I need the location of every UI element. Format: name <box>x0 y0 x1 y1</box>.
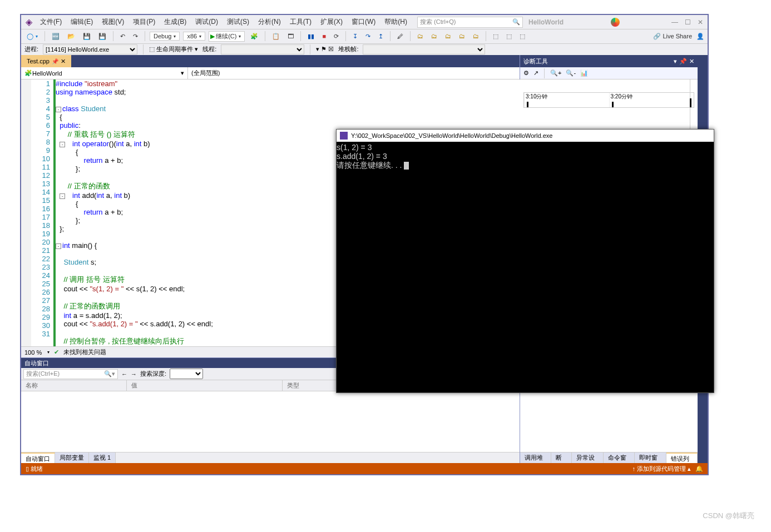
watermark: CSDN @韩曙亮 <box>703 511 754 521</box>
restart-button[interactable]: ⟳ <box>332 32 341 41</box>
debug-toolbar: 进程: [11416] HelloWorld.exe ⬚ 生命周期事件 ▾ 线程… <box>21 43 708 56</box>
step-out-button[interactable]: ↥ <box>376 32 386 41</box>
chart-icon[interactable]: 📊 <box>580 69 588 77</box>
tab-watch1[interactable]: 监视 1 <box>89 453 116 463</box>
step-over-button[interactable]: ↷ <box>363 32 373 41</box>
menu-window[interactable]: 窗口(W) <box>348 16 379 28</box>
tab-errorlist[interactable]: 错误列表 <box>666 453 698 463</box>
solution-title: HelloWorld <box>528 18 564 26</box>
autos-title: 自动窗口 <box>24 359 49 367</box>
pin-icon[interactable]: 📌 <box>52 58 58 64</box>
menu-build[interactable]: 生成(B) <box>161 16 190 28</box>
pin-icon[interactable]: 📌 <box>679 58 687 65</box>
tool-icon[interactable]: 🖉 <box>395 32 406 41</box>
tool-icon[interactable]: ⬚ <box>504 32 514 41</box>
menu-tools[interactable]: 工具(T) <box>286 16 315 28</box>
gear-icon[interactable]: ⚙ <box>523 69 529 77</box>
tool-icon[interactable]: 🗂 <box>471 32 481 41</box>
menu-project[interactable]: 项目(P) <box>130 16 159 28</box>
menu-view[interactable]: 视图(V) <box>98 16 127 28</box>
account-icon[interactable] <box>611 18 620 27</box>
undo-button[interactable]: ↶ <box>118 32 127 41</box>
menu-file[interactable]: 文件(F) <box>37 16 65 28</box>
col-name[interactable]: 名称 <box>21 380 127 391</box>
menu-analyze[interactable]: 分析(N) <box>255 16 284 28</box>
diag-timeline[interactable]: 3:10分钟 3:20分钟 <box>523 92 694 108</box>
tool-icon[interactable]: 🗔 <box>285 32 296 41</box>
menu-debug[interactable]: 调试(D) <box>192 16 221 28</box>
status-ok-icon: ✔ <box>54 349 59 356</box>
back-button[interactable]: ◯▾ <box>24 32 40 41</box>
platform-combo[interactable]: x86▾ <box>183 32 205 41</box>
stop-button[interactable]: ■ <box>320 32 328 41</box>
open-button[interactable]: 📂 <box>65 32 77 41</box>
tab-autos[interactable]: 自动窗口 <box>21 453 55 463</box>
tab-breakpoints[interactable]: 断点 <box>551 453 572 463</box>
close-icon[interactable]: ✕ <box>61 58 66 65</box>
process-combo[interactable]: [11416] HelloWorld.exe <box>43 44 137 54</box>
close-button[interactable]: ✕ <box>698 18 703 26</box>
tab-locals[interactable]: 局部变量 <box>55 453 89 463</box>
depth-combo[interactable] <box>170 369 203 379</box>
nav-scope[interactable]: HelloWorld <box>32 70 62 77</box>
dropdown-icon[interactable]: ▾ <box>674 58 677 65</box>
stack-combo[interactable] <box>363 44 485 54</box>
nav-file[interactable]: (全局范围) <box>191 69 220 77</box>
menubar: ◈ 文件(F) 编辑(E) 视图(V) 项目(P) 生成(B) 调试(D) 测试… <box>21 15 708 29</box>
autos-search[interactable]: 搜索(Ctrl+E)🔍▾ <box>23 369 118 379</box>
export-icon[interactable]: ↗ <box>533 69 538 77</box>
thread-combo[interactable] <box>221 44 304 54</box>
autos-body[interactable] <box>21 391 520 452</box>
console-window[interactable]: Y:\002_WorkSpace\002_VS\HelloWorld\Hello… <box>336 129 714 393</box>
saveall-button[interactable]: 💾 <box>96 32 108 41</box>
lifecycle-icon[interactable]: ⬚ 生命周期事件 ▾ <box>149 45 198 53</box>
zoom-level[interactable]: 100 % <box>24 349 42 356</box>
cmd-icon <box>340 132 348 140</box>
zoomin-icon[interactable]: 🔍+ <box>550 69 561 77</box>
menu-edit[interactable]: 编辑(E) <box>67 16 96 28</box>
menu-ext[interactable]: 扩展(X) <box>317 16 346 28</box>
quicklaunch-search[interactable]: 搜索 (Ctrl+Q)🔍 <box>417 17 523 28</box>
tool-icon[interactable]: 🗂 <box>457 32 467 41</box>
tool-icon[interactable]: ⬚ <box>517 32 527 41</box>
tab-exceptions[interactable]: 异常设置 <box>572 453 603 463</box>
step-into-button[interactable]: ↧ <box>350 32 360 41</box>
stack-label: 堆栈帧: <box>338 45 358 53</box>
redo-button[interactable]: ↷ <box>131 32 140 41</box>
tool-icon[interactable]: 🧩 <box>248 32 260 41</box>
nav-back-icon[interactable]: ← <box>121 371 127 377</box>
tool-icon[interactable]: 📋 <box>270 32 282 41</box>
search-icon: 🔍 <box>512 18 520 26</box>
tab-test-cpp[interactable]: Test.cpp 📌 ✕ <box>21 55 71 67</box>
notifications-icon[interactable]: 🔔 <box>695 465 703 473</box>
close-icon[interactable]: ✕ <box>689 58 694 65</box>
menu-help[interactable]: 帮助(H) <box>381 16 411 28</box>
nav-fwd-icon[interactable]: → <box>131 371 137 377</box>
minimize-button[interactable]: — <box>671 18 678 26</box>
config-combo[interactable]: Debug▾ <box>150 32 180 41</box>
new-project-button[interactable]: 🆕 <box>50 32 62 41</box>
tab-immediate[interactable]: 即时窗口 <box>635 453 666 463</box>
tool-icon[interactable]: 🗂 <box>415 32 426 41</box>
source-control-button[interactable]: ↑ 添加到源代码管理 ▴ <box>632 465 691 473</box>
tool-icon[interactable]: 🗂 <box>443 32 453 41</box>
console-output: s(1, 2) = 3 s.add(1, 2) = 3 请按任意键继续. . . <box>337 142 714 392</box>
tool-icon[interactable]: ▾ ⚑ ☒ <box>316 46 334 53</box>
menu-test[interactable]: 测试(S) <box>224 16 253 28</box>
col-value[interactable]: 值 <box>127 380 283 391</box>
save-button[interactable]: 💾 <box>81 32 93 41</box>
tool-icon[interactable]: 🗂 <box>429 32 439 41</box>
statusbar: ▯ 就绪 ↑ 添加到源代码管理 ▴ 🔔 <box>21 463 708 474</box>
live-share-button[interactable]: 🔗 Live Share <box>653 33 692 40</box>
feedback-icon[interactable]: 👤 <box>696 33 704 40</box>
status-ready: 就绪 <box>31 465 43 473</box>
tool-icon[interactable]: ⬚ <box>491 32 501 41</box>
continue-button[interactable]: ▶ 继续(C)▾ <box>209 31 245 42</box>
tab-callstack[interactable]: 调用堆栈 <box>520 453 551 463</box>
tab-command[interactable]: 命令窗口 <box>604 453 635 463</box>
vs-logo-icon: ◈ <box>26 17 32 27</box>
pause-button[interactable]: ▮▮ <box>305 32 317 41</box>
solution-icon: 🧩 <box>24 69 32 77</box>
maximize-button[interactable]: ☐ <box>685 18 691 26</box>
zoomout-icon[interactable]: 🔍- <box>566 69 576 77</box>
